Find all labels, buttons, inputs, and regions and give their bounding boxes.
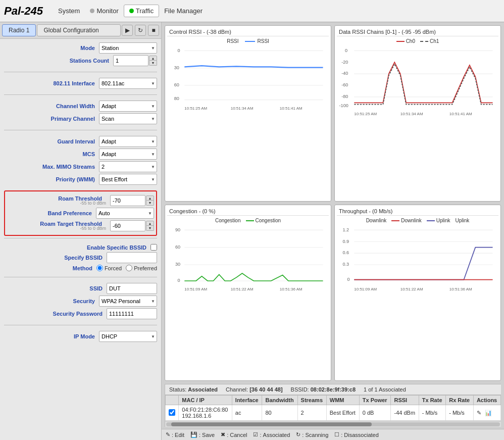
channel-value: [36 40 44 48]	[249, 386, 282, 393]
ssid-input[interactable]	[107, 283, 157, 294]
mcs-select[interactable]: Adapt	[99, 149, 157, 160]
roam-threshold-input[interactable]	[110, 195, 145, 206]
row-checkbox-cell[interactable]	[166, 405, 179, 421]
config-section-ip: IP Mode DHCP	[0, 327, 161, 346]
status-table-area: Status: Associated Channel: [36 40 44 48…	[165, 384, 501, 427]
specify-bssid-row: Specify BSSID	[4, 252, 157, 263]
nav-traffic-label: Traffic	[136, 7, 154, 15]
band-preference-label: Band Preference	[7, 210, 96, 216]
svg-text:10:51:09 AM: 10:51:09 AM	[354, 287, 377, 291]
method-row: Method Forced Preferred	[4, 265, 157, 271]
nav-traffic[interactable]: Traffic	[124, 5, 159, 17]
col-bandwidth: Bandwidth	[262, 396, 297, 405]
guard-interval-select[interactable]: Adapt	[99, 136, 157, 147]
interface-value: 802.11ac	[99, 78, 157, 89]
mode-row: Mode Station	[4, 42, 157, 54]
nav-monitor[interactable]: Monitor	[85, 5, 123, 17]
logo: Pal-245	[4, 5, 43, 18]
ch1-legend-line	[420, 41, 428, 42]
nav-system-label: System	[58, 7, 80, 15]
roam-target-up[interactable]: ▲	[146, 221, 154, 226]
footer-disassociated-text: Disassociated	[344, 432, 378, 438]
mode-value: Station	[99, 42, 157, 54]
priority-select[interactable]: Best Effort	[99, 174, 157, 185]
row-rx-rate: - Mb/s	[446, 405, 474, 421]
roam-threshold-value: ▲ ▼	[110, 195, 154, 206]
scanning-icon: ↻	[296, 431, 300, 438]
global-config-btn[interactable]: Global Configuration	[37, 24, 121, 36]
ssid-row: SSID	[4, 283, 157, 294]
svg-text:30: 30	[175, 262, 180, 267]
footer-associated-text: Associated	[263, 432, 290, 438]
row-ip: 192.168.1.6	[182, 413, 229, 419]
roam-target-input[interactable]	[110, 220, 145, 231]
table-container: MAC / IP Interface Bandwidth Streams WMM…	[165, 395, 501, 421]
edit-action-icon[interactable]: ✎	[477, 410, 481, 416]
h-scrollbar[interactable]	[165, 421, 501, 427]
throughput-downlink-label-left: Downlink	[366, 218, 387, 223]
rssi-label: RSSI	[227, 38, 238, 44]
method-forced-radio[interactable]	[96, 265, 103, 271]
stations-count-down[interactable]: ▼	[149, 61, 157, 66]
svg-text:10:51:34 AM: 10:51:34 AM	[231, 106, 254, 111]
band-preference-select[interactable]: Auto	[96, 208, 154, 219]
ip-mode-select[interactable]: DHCP	[99, 331, 157, 342]
h-scroll-thumb[interactable]	[171, 422, 372, 426]
footer-save-text: Save	[202, 432, 215, 438]
data-rssi-title: Data RSSI Chains [0-1] - (-95 -95 dBm)	[337, 28, 498, 36]
footer-save[interactable]: 💾 : Save	[190, 431, 215, 438]
security-row: Security WPA2 Personal	[4, 296, 157, 307]
config-section-interface: 802.11 Interface 802.11ac	[0, 74, 161, 92]
enable-bssid-label: Enable Specific BSSID	[4, 245, 150, 251]
stop-icon[interactable]: ■	[148, 25, 159, 36]
config-section-bssid: Enable Specific BSSID Specify BSSID Meth…	[0, 240, 161, 275]
band-preference-row: Band Preference Auto	[7, 208, 154, 219]
uplink-legend-label: Uplink	[436, 218, 450, 223]
svg-text:-60: -60	[341, 82, 348, 87]
footer-cancel[interactable]: ✖ : Cancel	[221, 431, 247, 438]
method-preferred-option[interactable]: Preferred	[126, 265, 157, 271]
mode-select[interactable]: Station	[99, 42, 157, 54]
mimo-select[interactable]: 2	[99, 161, 157, 172]
data-rssi-chart: Data RSSI Chains [0-1] - (-95 -95 dBm) C…	[334, 25, 501, 202]
channel-width-label: Channel Width	[4, 103, 99, 109]
throughput-chart-area: 1.2 0.9 0.6 0.3 0 10:51	[337, 224, 498, 378]
method-radio-group: Forced Preferred	[96, 265, 157, 271]
row-checkbox[interactable]	[169, 409, 175, 416]
radio-1-tab[interactable]: Radio 1	[2, 24, 36, 36]
footer-edit[interactable]: ✎ : Edit	[166, 431, 184, 438]
footer-disassociated-label: :	[341, 432, 342, 438]
nav-system[interactable]: System	[53, 5, 85, 17]
chart-action-icon[interactable]: 📊	[485, 410, 492, 416]
svg-text:10:51:22 AM: 10:51:22 AM	[400, 287, 423, 291]
play-icon[interactable]: ▶	[122, 25, 133, 36]
security-password-input[interactable]	[107, 308, 157, 319]
interface-select[interactable]: 802.11ac	[99, 78, 157, 89]
mcs-label: MCS	[4, 151, 99, 157]
guard-interval-label: Guard Interval	[4, 138, 99, 144]
nav-file-manager[interactable]: File Manager	[159, 5, 208, 17]
mimo-value: 2	[99, 161, 157, 172]
refresh-icon[interactable]: ↻	[135, 25, 146, 36]
channel-width-select[interactable]: Adapt	[99, 101, 157, 112]
roam-threshold-sublabel: -55 to 0 dBm	[7, 201, 106, 206]
col-wmm: WMM	[326, 396, 359, 405]
enable-bssid-checkbox[interactable]	[150, 244, 157, 251]
stations-count-up[interactable]: ▲	[149, 56, 157, 61]
traffic-dot	[129, 9, 134, 13]
throughput-svg: 1.2 0.9 0.6 0.3 0 10:51	[337, 224, 498, 300]
footer-scanning: ↻ : Scanning	[296, 431, 328, 438]
security-select[interactable]: WPA2 Personal	[99, 296, 157, 307]
stations-count-input[interactable]: 1	[113, 55, 148, 66]
roam-threshold-up[interactable]: ▲	[146, 195, 154, 201]
method-preferred-radio[interactable]	[126, 265, 132, 271]
status-bar: Status: Associated Channel: [36 40 44 48…	[165, 384, 501, 395]
primary-channel-select[interactable]: Scan	[99, 113, 157, 124]
roam-threshold-down[interactable]: ▼	[146, 201, 154, 206]
svg-text:-100: -100	[339, 103, 348, 108]
roam-target-down[interactable]: ▼	[146, 226, 154, 231]
method-forced-option[interactable]: Forced	[96, 265, 122, 271]
monitor-dot	[90, 9, 94, 13]
specify-bssid-input[interactable]	[107, 252, 157, 263]
station-table: MAC / IP Interface Bandwidth Streams WMM…	[165, 395, 501, 421]
